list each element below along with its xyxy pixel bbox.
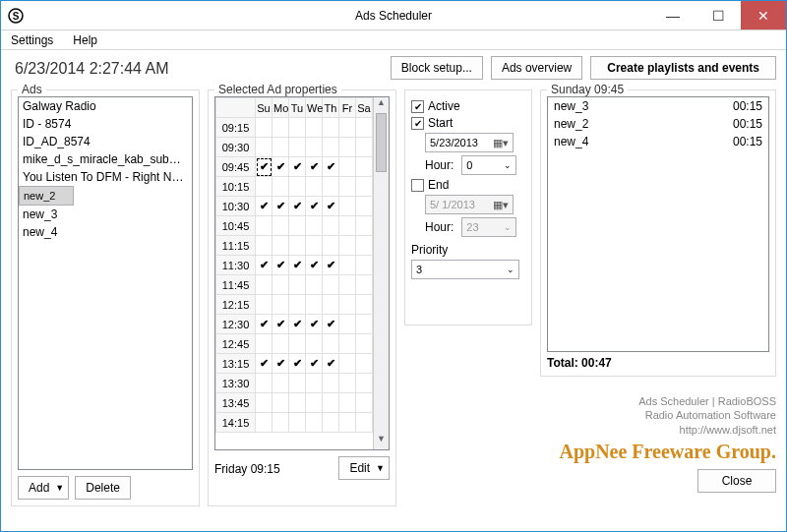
schedule-cell[interactable] [256, 334, 272, 354]
schedule-cell[interactable] [306, 197, 323, 216]
schedule-cell[interactable] [339, 118, 356, 138]
schedule-cell[interactable] [356, 393, 373, 413]
schedule-cell[interactable] [289, 197, 306, 216]
playlist-list[interactable]: new_300:15new_200:15new_400:15 [547, 96, 769, 352]
ads-list-item[interactable]: mike_d_s_miracle_kab_submiss... [19, 150, 192, 168]
schedule-cell[interactable] [323, 256, 339, 275]
edit-button[interactable]: Edit▼ [338, 456, 390, 480]
schedule-cell[interactable] [356, 354, 373, 374]
schedule-cell[interactable] [306, 393, 323, 413]
ads-overview-button[interactable]: Ads overview [491, 56, 582, 80]
schedule-cell[interactable] [339, 334, 356, 354]
schedule-cell[interactable] [289, 413, 306, 433]
ads-list-item[interactable]: ID_AD_8574 [19, 133, 192, 150]
schedule-cell[interactable] [306, 216, 323, 236]
schedule-cell[interactable] [306, 236, 323, 256]
schedule-cell[interactable] [356, 315, 373, 334]
schedule-cell[interactable] [356, 157, 373, 177]
schedule-cell[interactable] [339, 413, 356, 433]
scrollbar-thumb[interactable] [376, 113, 387, 172]
schedule-cell[interactable] [289, 295, 306, 315]
schedule-cell[interactable] [323, 315, 339, 334]
schedule-cell[interactable] [356, 138, 373, 157]
schedule-cell[interactable] [339, 197, 356, 216]
menu-help[interactable]: Help [69, 31, 101, 49]
schedule-cell[interactable] [306, 334, 323, 354]
schedule-scrollbar[interactable]: ▲ ▼ [373, 97, 389, 449]
schedule-cell[interactable] [356, 177, 373, 197]
schedule-cell[interactable] [323, 393, 339, 413]
schedule-cell[interactable] [339, 315, 356, 334]
schedule-cell[interactable] [272, 256, 289, 275]
menu-settings[interactable]: Settings [7, 31, 57, 49]
add-button[interactable]: Add▼ [18, 476, 69, 500]
schedule-cell[interactable] [306, 275, 323, 295]
schedule-cell[interactable] [306, 315, 323, 334]
schedule-cell[interactable] [323, 374, 339, 393]
schedule-cell[interactable] [289, 138, 306, 157]
active-checkbox[interactable] [411, 100, 424, 113]
scroll-down-icon[interactable]: ▼ [374, 434, 389, 449]
schedule-cell[interactable] [256, 157, 272, 177]
playlist-item[interactable]: new_400:15 [548, 133, 768, 150]
schedule-cell[interactable] [356, 236, 373, 256]
minimize-button[interactable]: — [650, 1, 696, 30]
schedule-cell[interactable] [289, 157, 306, 177]
schedule-cell[interactable] [256, 275, 272, 295]
schedule-cell[interactable] [339, 138, 356, 157]
schedule-cell[interactable] [339, 393, 356, 413]
schedule-cell[interactable] [306, 177, 323, 197]
schedule-cell[interactable] [256, 315, 272, 334]
schedule-cell[interactable] [339, 295, 356, 315]
playlist-item[interactable]: new_300:15 [548, 97, 768, 115]
ads-list-item[interactable]: new_4 [19, 223, 192, 241]
schedule-cell[interactable] [256, 413, 272, 433]
schedule-cell[interactable] [356, 334, 373, 354]
schedule-cell[interactable] [256, 138, 272, 157]
start-checkbox[interactable] [411, 117, 424, 130]
schedule-cell[interactable] [256, 295, 272, 315]
schedule-cell[interactable] [323, 197, 339, 216]
schedule-cell[interactable] [289, 236, 306, 256]
schedule-cell[interactable] [306, 374, 323, 393]
schedule-cell[interactable] [289, 216, 306, 236]
ads-list-item[interactable]: new_3 [19, 206, 192, 223]
close-window-button[interactable]: ✕ [741, 1, 786, 30]
schedule-cell[interactable] [356, 413, 373, 433]
schedule-cell[interactable] [272, 413, 289, 433]
schedule-cell[interactable] [323, 177, 339, 197]
schedule-cell[interactable] [323, 118, 339, 138]
schedule-cell[interactable] [256, 354, 272, 374]
schedule-cell[interactable] [256, 197, 272, 216]
schedule-cell[interactable] [289, 334, 306, 354]
schedule-cell[interactable] [339, 177, 356, 197]
schedule-cell[interactable] [339, 374, 356, 393]
schedule-cell[interactable] [256, 256, 272, 275]
schedule-cell[interactable] [323, 138, 339, 157]
scroll-up-icon[interactable]: ▲ [374, 97, 389, 113]
schedule-cell[interactable] [289, 315, 306, 334]
schedule-cell[interactable] [256, 118, 272, 138]
block-setup-button[interactable]: Block setup... [391, 56, 483, 80]
schedule-cell[interactable] [289, 354, 306, 374]
delete-button[interactable]: Delete [75, 476, 131, 500]
schedule-cell[interactable] [272, 236, 289, 256]
schedule-cell[interactable] [272, 374, 289, 393]
schedule-cell[interactable] [256, 374, 272, 393]
schedule-cell[interactable] [323, 157, 339, 177]
schedule-cell[interactable] [256, 393, 272, 413]
schedule-cell[interactable] [306, 138, 323, 157]
ads-list-item[interactable]: ID - 8574 [19, 115, 192, 133]
schedule-cell[interactable] [272, 275, 289, 295]
schedule-cell[interactable] [356, 118, 373, 138]
ads-list[interactable]: Galway RadioID - 8574ID_AD_8574mike_d_s_… [18, 96, 193, 470]
end-checkbox[interactable] [411, 179, 424, 192]
schedule-cell[interactable] [272, 354, 289, 374]
schedule-cell[interactable] [272, 197, 289, 216]
start-date-input[interactable]: 5/23/2013 ▦▾ [425, 133, 514, 152]
ads-list-item[interactable]: new_2 [19, 186, 74, 206]
schedule-cell[interactable] [306, 413, 323, 433]
schedule-cell[interactable] [289, 275, 306, 295]
schedule-cell[interactable] [256, 236, 272, 256]
schedule-cell[interactable] [356, 374, 373, 393]
